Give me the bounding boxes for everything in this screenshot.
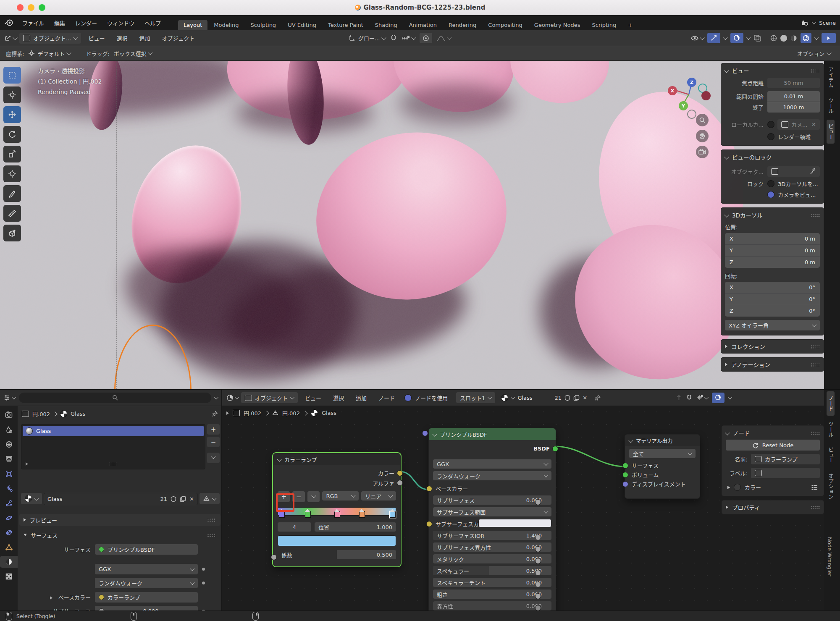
base-color-field[interactable]: カラーランプ bbox=[95, 592, 198, 603]
input-socket[interactable] bbox=[535, 546, 541, 552]
ramp-stop-4-active[interactable] bbox=[390, 511, 396, 518]
render-region-checkbox[interactable] bbox=[767, 133, 774, 140]
workspace-tab-compositing[interactable]: Compositing bbox=[483, 20, 528, 30]
zoom-view-button[interactable] bbox=[696, 114, 709, 126]
camera-view-button[interactable] bbox=[696, 146, 709, 158]
ramp-stop-2[interactable] bbox=[334, 511, 340, 518]
workspace-tab-rendering[interactable]: Rendering bbox=[443, 20, 482, 30]
fac-input-slider[interactable]: 係数0.500 bbox=[278, 550, 396, 559]
subsurface-color-swatch[interactable] bbox=[478, 519, 551, 527]
clear-icon[interactable]: ✕ bbox=[811, 121, 816, 128]
workspace-tab-layout[interactable]: Layout bbox=[178, 20, 207, 30]
input-socket[interactable] bbox=[535, 582, 541, 587]
blender-logo-icon[interactable] bbox=[4, 18, 14, 27]
tab-physics-properties[interactable] bbox=[0, 512, 18, 524]
material-name[interactable]: Glass bbox=[517, 395, 532, 401]
coord-system-selector[interactable]: デフォルト bbox=[28, 50, 71, 58]
node-material-output[interactable]: マテリアル出力 全て サーフェス ボリューム ディスプレイスメント bbox=[625, 434, 700, 499]
material-users-count[interactable]: 21 bbox=[160, 496, 168, 502]
tab-material-properties[interactable] bbox=[0, 556, 18, 568]
collections-panel[interactable]: コレクション bbox=[721, 339, 824, 354]
panel-grip[interactable] bbox=[811, 363, 820, 367]
subsurface-slider[interactable]: 0.000 bbox=[95, 606, 198, 611]
cursor-panel-header[interactable]: 3Dカーソル bbox=[725, 211, 820, 219]
slot-list-grip[interactable] bbox=[109, 462, 118, 466]
view-lock-header[interactable]: ビューのロック bbox=[725, 153, 820, 161]
material-browse-button[interactable] bbox=[21, 493, 42, 504]
surface-panel-header[interactable]: サーフェス bbox=[19, 529, 220, 541]
color-ramp-header[interactable]: カラーランプ bbox=[273, 453, 400, 465]
input-specular-tint[interactable]: スペキュラーチント0.000 bbox=[433, 578, 551, 587]
workspace-tab-uv-editing[interactable]: UV Editing bbox=[282, 20, 322, 30]
panel-grip[interactable] bbox=[811, 506, 820, 509]
output-target-dropdown[interactable]: 全て bbox=[629, 449, 696, 458]
remove-slot-button[interactable]: − bbox=[207, 437, 220, 447]
tool-add-cube[interactable] bbox=[3, 225, 21, 241]
material-name-field[interactable]: Glass 21 ✕ bbox=[44, 493, 198, 505]
add-slot-button[interactable]: + bbox=[207, 424, 220, 435]
input-socket[interactable] bbox=[535, 570, 541, 575]
properties-editor-type[interactable] bbox=[3, 394, 16, 401]
material-icon[interactable] bbox=[501, 394, 508, 401]
camera-to-view-checkbox[interactable] bbox=[767, 191, 774, 198]
presets-list-icon[interactable] bbox=[811, 485, 818, 490]
overlays-dropdown[interactable] bbox=[727, 395, 732, 399]
scene-selector[interactable]: Scene bbox=[801, 19, 836, 26]
copy-icon[interactable] bbox=[573, 395, 580, 401]
slot-specials-menu[interactable] bbox=[207, 453, 220, 463]
distribution-dropdown[interactable]: GGX bbox=[95, 564, 198, 574]
clip-start-field[interactable]: 0.01 m bbox=[767, 91, 820, 102]
gizmo-x-axis[interactable]: X bbox=[668, 86, 677, 95]
zoom-window-button[interactable] bbox=[39, 4, 45, 11]
gizmo-y-axis[interactable]: Y bbox=[679, 101, 688, 110]
shading-wireframe-icon[interactable] bbox=[770, 35, 777, 42]
tab-render-properties[interactable] bbox=[0, 409, 18, 421]
node-overlays-toggle[interactable] bbox=[712, 393, 724, 403]
node-principled-bsdf[interactable]: プリンシプルBSDF BSDF GGX ランダムウォーク ベースカラー サブサー… bbox=[428, 428, 556, 611]
menu-render[interactable]: レンダー bbox=[71, 19, 102, 27]
input-metallic[interactable]: メタリック0.000 bbox=[433, 554, 551, 563]
viewport-menu-view[interactable]: ビュー bbox=[84, 34, 109, 42]
tab-texture-properties[interactable] bbox=[0, 571, 18, 582]
proportional-editing-button[interactable] bbox=[420, 33, 432, 43]
panel-grip[interactable] bbox=[811, 345, 820, 348]
node-tab-node[interactable]: ノード bbox=[827, 391, 835, 416]
gizmos-toggle[interactable] bbox=[707, 33, 720, 43]
menu-file[interactable]: ファイル bbox=[18, 19, 49, 27]
input-specular[interactable]: スペキュラー0.500 bbox=[433, 566, 551, 575]
local-camera-checkbox[interactable] bbox=[767, 121, 774, 128]
tool-select-box[interactable] bbox=[3, 67, 21, 84]
material-slot-list[interactable]: Glass bbox=[21, 424, 205, 469]
stop-color-swatch[interactable] bbox=[278, 535, 396, 546]
node-name-field[interactable]: カラーランプ bbox=[751, 454, 820, 464]
lock-to-cursor-checkbox[interactable] bbox=[767, 180, 774, 187]
input-socket[interactable] bbox=[426, 521, 432, 527]
properties-search-input[interactable] bbox=[19, 393, 211, 403]
add-workspace-button[interactable]: + bbox=[622, 20, 638, 30]
bsdf-sss-method-dropdown[interactable]: ランダムウォーク bbox=[433, 471, 551, 480]
3d-viewport[interactable]: カメラ・透視投影 (1) Collection | 円.002 Renderin… bbox=[0, 61, 824, 389]
use-nodes-toggle[interactable] bbox=[404, 394, 412, 401]
fac-input-socket[interactable] bbox=[271, 554, 277, 560]
breadcrumb-object[interactable]: 円.002 bbox=[32, 410, 50, 418]
material-slot-selected[interactable]: Glass bbox=[23, 426, 204, 436]
input-anisotropic[interactable]: 異方性0.000 bbox=[433, 601, 551, 611]
panel-grip[interactable] bbox=[811, 431, 820, 435]
ramp-specials-menu[interactable] bbox=[307, 491, 320, 502]
snap-target-selector[interactable] bbox=[402, 35, 415, 41]
viewport-menu-select[interactable]: 選択 bbox=[112, 34, 132, 42]
input-roughness[interactable]: 粗さ0.000 bbox=[433, 590, 551, 599]
bsdf-header[interactable]: プリンシプルBSDF bbox=[429, 428, 556, 440]
drag-mode-selector[interactable]: ボックス選択 bbox=[114, 50, 152, 58]
node-tab-view[interactable]: ビュー bbox=[827, 443, 835, 467]
slot-list-expand-icon[interactable] bbox=[26, 462, 28, 466]
input-subsurface-ior[interactable]: サブサーフェスIOR1.400 bbox=[433, 531, 551, 540]
node-canvas[interactable]: 円.002 円.002 Glass カラーランプ カラー アルファ + − RG… bbox=[222, 406, 824, 611]
ramp-stop-3[interactable] bbox=[359, 511, 365, 518]
cursor-loc-y[interactable]: Y0 m bbox=[725, 245, 820, 257]
tool-transform[interactable] bbox=[3, 165, 21, 182]
material-users-count[interactable]: 21 bbox=[555, 395, 562, 401]
workspace-tab-shading[interactable]: Shading bbox=[370, 20, 403, 30]
color-output-socket[interactable] bbox=[397, 470, 403, 476]
node-menu-view[interactable]: ビュー bbox=[300, 394, 326, 402]
